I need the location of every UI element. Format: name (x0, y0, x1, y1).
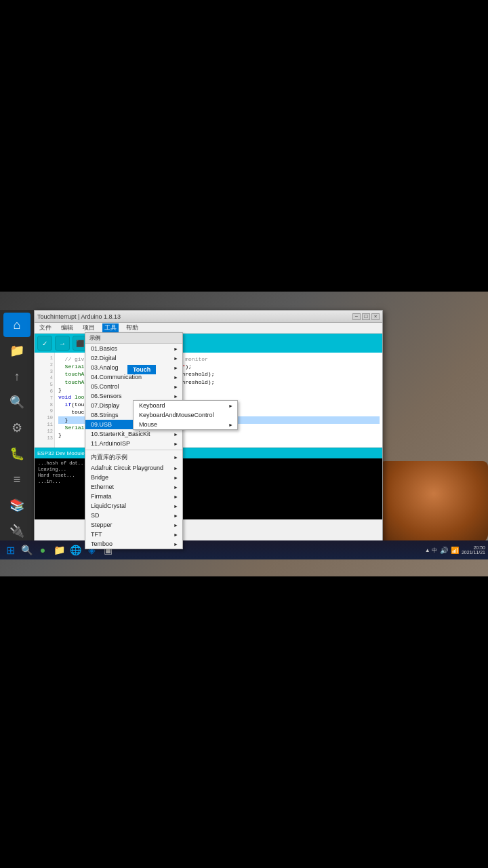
start-button[interactable]: ⊞ (3, 542, 18, 557)
dropdown-item-05control[interactable]: 05.Control► (85, 382, 182, 391)
usb-keyboardmousecontrol[interactable]: KeyboardAndMouseControl (134, 410, 237, 420)
touch-menu-item[interactable]: Touch (127, 365, 156, 374)
system-clock[interactable]: 20:50 2021/11/21 (462, 545, 485, 555)
menu-file[interactable]: 文件 (37, 323, 54, 332)
dropdown-item-temboo[interactable]: Temboo► (85, 539, 182, 549)
sidebar-icon-debug[interactable]: 🐛 (3, 441, 30, 466)
taskbar: ⊞ 🔍 ● 📁 🌐 ◈ ▣ ▲ 中 🔊 📶 20:50 2021/11/21 (0, 540, 488, 559)
network-icon[interactable]: 📶 (451, 547, 459, 554)
clock-date: 2021/11/21 (462, 550, 485, 555)
taskbar-right: ▲ 中 🔊 📶 20:50 2021/11/21 (425, 545, 485, 555)
sidebar-icon-library[interactable]: 📚 (3, 493, 30, 517)
coffee-mug (380, 461, 488, 542)
volume-icon[interactable]: 🔊 (440, 547, 448, 554)
ide-titlebar: TouchInterrupt | Arduino 1.8.13 − □ × (35, 311, 382, 323)
usb-keyboard[interactable]: Keyboard► (134, 401, 237, 410)
dropdown-item-firmata[interactable]: Firmata► (85, 492, 182, 501)
ide-title: TouchInterrupt | Arduino 1.8.13 (37, 313, 121, 320)
menu-tools[interactable]: 工具 (102, 323, 119, 332)
dropdown-item-liquidcrystal[interactable]: LiquidCrystal► (85, 501, 182, 511)
minimize-button[interactable]: − (352, 313, 361, 320)
usb-mouse[interactable]: Mouse► (134, 420, 237, 429)
desktop: ⌂ 📁 ↑ 🔍 ⚙ 🐛 ≡ 📚 🔌 TouchInterrupt | Ardui… (0, 0, 488, 868)
menu-project[interactable]: 项目 (81, 323, 97, 332)
sidebar-icon-search[interactable]: 🔍 (3, 390, 30, 414)
sidebar-icon-serial[interactable]: ≡ (3, 467, 30, 492)
titlebar-buttons: − □ × (352, 313, 380, 320)
dropdown-item-builtin[interactable]: 内置库的示例► (85, 452, 182, 463)
clock-time: 20:50 (473, 545, 485, 550)
search-taskbar[interactable]: 🔍 (19, 542, 34, 557)
dropdown-divider-1 (85, 450, 182, 450)
verify-button[interactable]: ✓ (37, 336, 52, 351)
dropdown-item-ethernet[interactable]: Ethernet► (85, 482, 182, 492)
dropdown-item-wifi[interactable]: WiFi► (85, 549, 182, 549)
menu-help[interactable]: 帮助 (124, 323, 140, 332)
sidebar-icon-settings[interactable]: ⚙ (3, 416, 30, 440)
sidebar-icon-files[interactable]: 📁 (3, 338, 30, 363)
dropdown-item-bridge[interactable]: Bridge► (85, 473, 182, 482)
menu-edit[interactable]: 编辑 (59, 323, 75, 332)
left-sidebar: ⌂ 📁 ↑ 🔍 ⚙ 🐛 ≡ 📚 🔌 (0, 310, 34, 547)
dropdown-item-01basics[interactable]: 01.Basics► (85, 344, 182, 353)
dropdown-header-examples: 示例 (85, 333, 182, 344)
dropdown-item-tft[interactable]: TFT► (85, 530, 182, 539)
dropdown-item-10starterkit[interactable]: 10.StarterKit_BasicKit► (85, 429, 182, 439)
dropdown-item-adafruit[interactable]: Adafruit Circuit Playground► (85, 463, 182, 473)
sidebar-icon-upload[interactable]: ↑ (3, 364, 30, 389)
sidebar-icon-board[interactable]: 🔌 (3, 519, 30, 543)
close-button[interactable]: × (371, 313, 380, 320)
dropdown-item-sd[interactable]: SD► (85, 511, 182, 520)
dropdown-item-11arduinoisp[interactable]: 11.ArduinoISP► (85, 439, 182, 448)
taskbar-explorer[interactable]: 📁 (52, 542, 66, 557)
sidebar-icon-home[interactable]: ⌂ (3, 313, 30, 337)
dropdown-item-06sensors[interactable]: 06.Sensors► (85, 391, 182, 401)
dropdown-item-stepper[interactable]: Stepper► (85, 520, 182, 530)
maximize-button[interactable]: □ (362, 313, 370, 320)
system-tray-icons: ▲ 中 (425, 547, 437, 554)
upload-button[interactable]: → (55, 336, 70, 351)
dropdown-item-02digital[interactable]: 02.Digital► (85, 353, 182, 363)
usb-submenu: Keyboard► KeyboardAndMouseControl Mouse► (133, 400, 238, 430)
taskbar-edge[interactable]: 🌐 (68, 542, 83, 557)
line-numbers: 12345678910111213 (35, 353, 55, 448)
taskbar-chrome[interactable]: ● (35, 542, 50, 557)
